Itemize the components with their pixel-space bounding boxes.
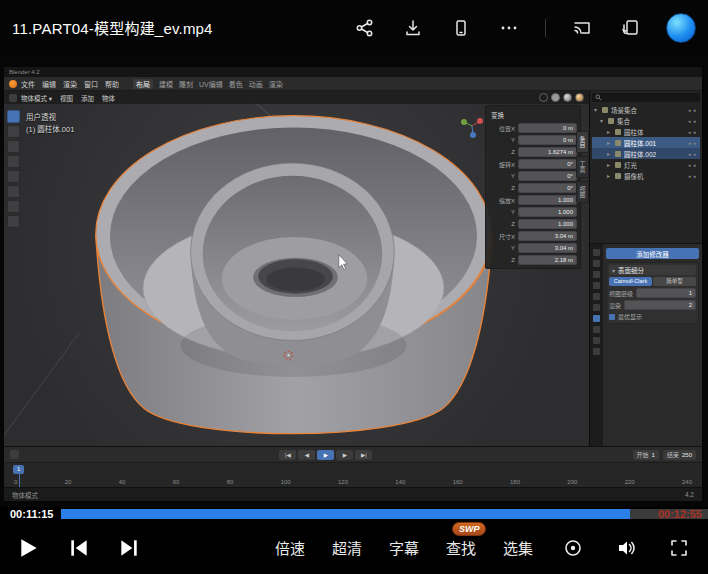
modifier-header: ▾ 表面细分 [609, 265, 696, 275]
render-levels-row: 渲染 2 [609, 300, 696, 310]
total-time: 00:12:55 [658, 508, 702, 520]
viewport-menu-item: 物体 [102, 93, 115, 103]
disclosure-icon: ▾ [594, 106, 599, 113]
frame-label: 120 [338, 479, 348, 485]
transform-row: Y 0 m [489, 135, 577, 145]
share-icon[interactable] [353, 16, 377, 40]
optimal-display-row: 最优显示 [609, 312, 696, 321]
object-icon [615, 173, 621, 179]
3d-viewport: 物体模式 ▾视图添加物体 [4, 91, 589, 446]
rotate-device-icon[interactable] [618, 16, 642, 40]
transform-row: 尺寸X 3.04 m [489, 231, 577, 241]
transform-row: 旋转X 0° [489, 159, 577, 169]
viewport-menu-item: 物体模式 ▾ [21, 93, 52, 103]
status-right: 4.2 [685, 491, 694, 498]
workspace-tab: 渲染 [269, 79, 283, 89]
transform-row: Z 0° [489, 183, 577, 193]
avatar[interactable] [666, 13, 696, 43]
transform-label: Z [489, 149, 515, 155]
progress-fill [61, 509, 630, 519]
screencast-icon[interactable] [570, 16, 594, 40]
previous-episode-button[interactable] [66, 535, 92, 561]
quality-button[interactable]: 超清 [332, 537, 362, 558]
frame-label: 0 [14, 479, 17, 485]
download-icon[interactable] [401, 16, 425, 40]
rotate-tool-icon [7, 155, 20, 168]
episodes-button[interactable]: 选集 [503, 537, 533, 558]
transform-value-field: 0° [518, 171, 577, 181]
properties-tab-strip [590, 244, 603, 446]
frame-label: 220 [625, 479, 635, 485]
find-button[interactable]: 查找SWP [446, 537, 476, 558]
outliner-item: ▾ 集合 ●● [592, 115, 700, 126]
seek-bar[interactable]: 00:12:55 [61, 509, 708, 519]
blender-statusbar: 物体模式 4.2 [4, 487, 702, 501]
object-tab-icon [593, 304, 600, 311]
output-tab-icon [593, 260, 600, 267]
settings-icon[interactable] [560, 535, 586, 561]
current-time: 00:11:15 [10, 508, 53, 520]
transform-value-field: 0° [518, 183, 577, 193]
outliner-item: ▸ 灯光 ●● [592, 159, 700, 170]
visibility-icons: ●● [688, 140, 698, 146]
outliner-search [592, 93, 700, 102]
frame-label: 140 [395, 479, 405, 485]
transform-label: Z [489, 257, 515, 263]
mobile-device-icon[interactable] [449, 16, 473, 40]
transform-label: Y [489, 209, 515, 215]
constraint-tab-icon [593, 337, 600, 344]
transform-row: Y 3.04 m [489, 243, 577, 253]
move-tool-icon [7, 140, 20, 153]
add-modifier-button: 添加修改器 [606, 248, 699, 259]
transform-value-field: 3.04 m [518, 231, 577, 241]
transform-value-field: 2.18 m [518, 255, 577, 265]
play-button[interactable] [16, 535, 42, 561]
topbar-actions [353, 13, 696, 43]
frame-label: 80 [227, 479, 234, 485]
sidebar-tabs: 条目工具视图 [576, 131, 589, 203]
timeline-ruler: 1 020406080100120140160180200220240 [4, 463, 702, 487]
object-label: 摄像机 [624, 171, 644, 181]
workspace-tabs: 布局建模雕刻UV编辑着色动画渲染 [133, 79, 283, 89]
transform-value-field: 1.6274 m [518, 147, 577, 157]
object-label: 集合 [617, 116, 630, 126]
playback-speed-button[interactable]: 倍速 [275, 537, 305, 558]
active-object-label: (1) 圆柱体.001 [26, 124, 74, 136]
object-icon [615, 162, 621, 168]
workspace-tab: UV编辑 [199, 79, 223, 89]
menu-item: 文件 [21, 79, 35, 89]
viewport-levels-field: 1 [636, 288, 696, 298]
transform-value-field: 0 m [518, 123, 577, 133]
rendered-shading-icon [575, 93, 584, 102]
modifier-name: 表面细分 [618, 265, 644, 275]
blender-menus: 文件编辑渲染窗口帮助 [21, 79, 119, 89]
disclosure-icon: ▸ [607, 139, 612, 146]
solid-shading-icon [551, 93, 560, 102]
video-frame-blender-ui: Blender 4.2 文件编辑渲染窗口帮助 布局建模雕刻UV编辑着色动画渲染 [4, 67, 702, 501]
more-icon[interactable] [497, 16, 521, 40]
disclosure-icon: ▸ [607, 128, 612, 135]
control-menu: 倍速 超清 字幕 查找SWP 选集 [275, 535, 692, 561]
video-player-app: 11.PART04-模型构建_ev.mp4 [0, 0, 708, 574]
video-title: 11.PART04-模型构建_ev.mp4 [12, 17, 213, 38]
disclosure-icon: ▸ [607, 172, 612, 179]
progress-bar-row: 00:11:15 00:12:55 [0, 507, 708, 521]
transform-value-field: 1.000 [518, 219, 577, 229]
simple-button: 简单型 [653, 277, 696, 286]
next-episode-button[interactable] [116, 535, 142, 561]
timeline-editor-icon [10, 450, 19, 459]
world-tab-icon [593, 293, 600, 300]
frame-label: 20 [65, 479, 72, 485]
data-tab-icon [593, 348, 600, 355]
video-surface[interactable]: Blender 4.2 文件编辑渲染窗口帮助 布局建模雕刻UV编辑着色动画渲染 [0, 55, 708, 507]
disclosure-icon: ▸ [607, 161, 612, 168]
volume-icon[interactable] [613, 535, 639, 561]
object-icon [602, 107, 608, 113]
editor-type-icon [9, 94, 17, 102]
menu-item: 窗口 [84, 79, 98, 89]
object-icon [615, 140, 621, 146]
fullscreen-icon[interactable] [666, 535, 692, 561]
outliner-item: ▸ 圆柱体 ●● [592, 126, 700, 137]
visibility-icons: ●● [688, 118, 698, 124]
subtitles-button[interactable]: 字幕 [389, 537, 419, 558]
